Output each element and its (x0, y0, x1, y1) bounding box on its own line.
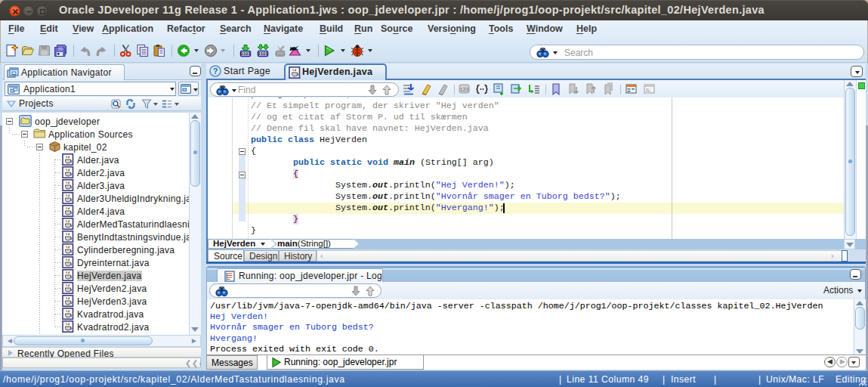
svg-text:0101: 0101 (240, 51, 251, 56)
svg-text:123: 123 (459, 87, 469, 93)
svg-text:0101: 0101 (258, 51, 268, 56)
svg-text:0101: 0101 (275, 51, 286, 56)
svg-text:?: ? (213, 67, 218, 76)
